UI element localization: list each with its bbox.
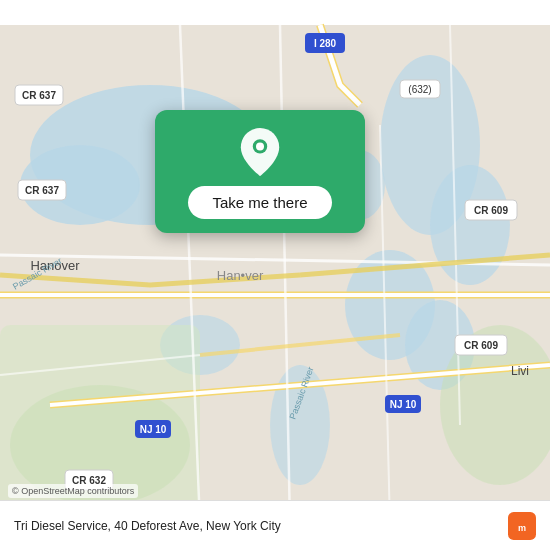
moovit-icon: m bbox=[508, 512, 536, 540]
location-card: Take me there bbox=[155, 110, 365, 233]
svg-point-37 bbox=[256, 142, 264, 150]
map-background: CR 637 CR 637 CR 609 CR 609 CR 632 I 280… bbox=[0, 0, 550, 550]
bottom-bar: Tri Diesel Service, 40 Deforest Ave, New… bbox=[0, 500, 550, 550]
map-container: CR 637 CR 637 CR 609 CR 609 CR 632 I 280… bbox=[0, 0, 550, 550]
svg-text:CR 637: CR 637 bbox=[22, 90, 56, 101]
address-text: Tri Diesel Service, 40 Deforest Ave, New… bbox=[14, 519, 281, 533]
address-section: Tri Diesel Service, 40 Deforest Ave, New… bbox=[14, 519, 281, 533]
svg-text:CR 637: CR 637 bbox=[25, 185, 59, 196]
svg-text:NJ 10: NJ 10 bbox=[390, 399, 417, 410]
attribution-text: © OpenStreetMap contributors bbox=[12, 486, 134, 496]
svg-text:I 280: I 280 bbox=[314, 38, 337, 49]
svg-text:CR 609: CR 609 bbox=[474, 205, 508, 216]
moovit-logo: m bbox=[508, 512, 536, 540]
take-me-there-button[interactable]: Take me there bbox=[188, 186, 331, 219]
svg-text:NJ 10: NJ 10 bbox=[140, 424, 167, 435]
location-pin-icon bbox=[236, 128, 284, 176]
svg-point-4 bbox=[430, 165, 510, 285]
svg-text:CR 609: CR 609 bbox=[464, 340, 498, 351]
svg-text:Livi: Livi bbox=[511, 364, 529, 378]
svg-text:m: m bbox=[518, 522, 526, 532]
svg-text:(632): (632) bbox=[408, 84, 431, 95]
svg-text:Han•ver: Han•ver bbox=[217, 268, 264, 283]
map-attribution: © OpenStreetMap contributors bbox=[8, 484, 138, 498]
